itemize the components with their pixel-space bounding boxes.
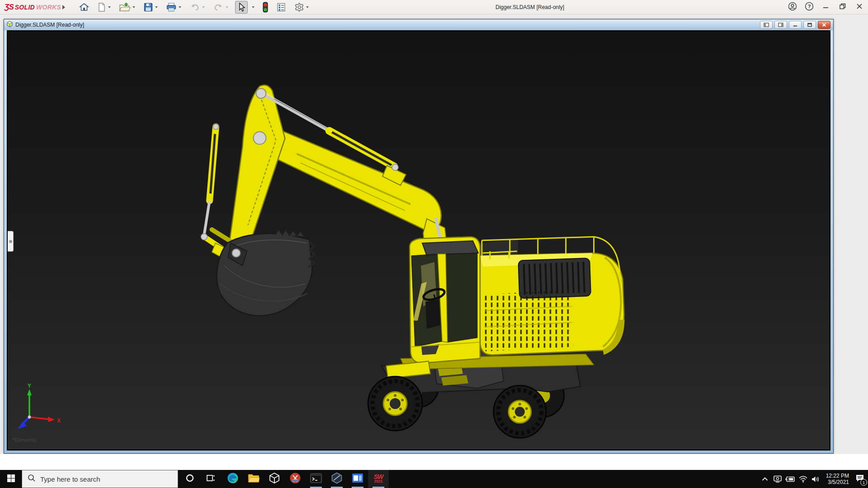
new-document-dropdown[interactable]: [108, 6, 111, 8]
start-button[interactable]: [0, 470, 22, 488]
document-window-controls: [760, 21, 830, 29]
save-button[interactable]: [142, 1, 159, 14]
window-controls: ?: [788, 0, 864, 14]
close-icon: [856, 3, 863, 12]
doc-minimize-button[interactable]: [789, 21, 802, 29]
dassault-3ds-logo-icon: ƷS: [5, 3, 14, 12]
statusbar-strip: [0, 454, 868, 470]
taskbar-app-blue-window[interactable]: [347, 470, 368, 488]
excavator-model[interactable]: [8, 31, 830, 450]
account-button[interactable]: [788, 2, 797, 12]
task-view-icon: [206, 474, 215, 484]
print-icon: [166, 2, 177, 12]
print-button[interactable]: [165, 1, 183, 14]
svg-text:?: ?: [808, 4, 811, 9]
cortana-button[interactable]: [179, 470, 200, 488]
print-dropdown[interactable]: [179, 6, 181, 8]
panel-grip-dot: [9, 240, 12, 243]
assembly-document-icon: [6, 21, 13, 29]
taskbar-app-edge[interactable]: [222, 470, 243, 488]
view-orientation-label: *Dimetric: [12, 437, 37, 443]
undo-icon: [189, 3, 200, 12]
document-title: Digger.SLDASM [Read-only]: [15, 22, 84, 28]
blue-window-app-icon: [352, 473, 363, 485]
traffic-light-rebuild-icon: [263, 2, 268, 13]
select-tool-dropdown[interactable]: [249, 1, 256, 14]
gear-icon: [294, 2, 304, 12]
properties-list-icon: [276, 2, 286, 12]
pane-right-button[interactable]: [774, 21, 787, 29]
taskbar-clock[interactable]: 12:22 PM 3/5/2021: [816, 470, 849, 488]
wifi-icon[interactable]: [797, 470, 809, 488]
taskbar-app-solidworks[interactable]: SW 2021: [368, 470, 389, 488]
new-document-icon: [97, 2, 106, 12]
document-frame: Y X *Dimetric: [4, 30, 833, 453]
select-cursor-icon: [237, 2, 246, 12]
select-tool-button[interactable]: [235, 1, 248, 14]
account-icon: [788, 2, 797, 13]
brand-works-text: WORKS: [36, 4, 61, 11]
options-dropdown[interactable]: [306, 6, 309, 8]
redo-icon: [213, 3, 224, 12]
redo-dropdown[interactable]: [226, 6, 228, 8]
scissors-snip-icon: [289, 472, 301, 486]
notification-count-badge: 1: [860, 479, 867, 486]
help-button[interactable]: ?: [804, 2, 814, 12]
menu-flyout-arrow-icon[interactable]: [62, 5, 65, 9]
open-dropdown[interactable]: [132, 6, 135, 8]
hidden-icons-chevron[interactable]: [760, 470, 770, 488]
undo-dropdown[interactable]: [202, 6, 205, 8]
taskbar-app-snip[interactable]: [285, 470, 306, 488]
search-input[interactable]: [40, 475, 162, 483]
redo-button[interactable]: [212, 1, 230, 14]
display-states-button[interactable]: [275, 1, 288, 14]
open-button[interactable]: [118, 1, 137, 14]
windows-taskbar: SW 2021 12:22 PM 3/5/2021 1: [0, 470, 868, 488]
tray-date: 3/5/2021: [828, 479, 849, 485]
document-window: Digger.SLDASM [Read-only]: [4, 19, 834, 454]
x-axis-label: X: [57, 418, 61, 424]
open-folder-icon: [119, 2, 131, 12]
taskbar-app-file-explorer[interactable]: [243, 470, 264, 488]
home-button[interactable]: [78, 1, 90, 14]
connect-display-icon[interactable]: [771, 470, 784, 488]
new-document-button[interactable]: [96, 1, 112, 14]
pane-left-button[interactable]: [760, 21, 773, 29]
cortana-icon: [185, 474, 194, 484]
undo-button[interactable]: [188, 1, 206, 14]
options-button[interactable]: [293, 1, 310, 14]
taskbar-app-terminal[interactable]: [306, 470, 326, 488]
upper-body: [480, 237, 625, 355]
save-icon: [143, 2, 153, 12]
solidworks-app-icon: SW 2021: [374, 474, 383, 483]
brand-solid-text: SOLID: [15, 4, 35, 11]
quick-access-toolbar: [78, 0, 311, 14]
app-titlebar: ƷS SOLIDWORKS: [0, 0, 868, 14]
task-view-button[interactable]: [200, 470, 221, 488]
taskbar-app-dev-hexagon[interactable]: [326, 470, 347, 488]
collapsed-panel-tab[interactable]: [8, 231, 14, 252]
save-dropdown[interactable]: [155, 6, 158, 8]
home-icon: [79, 2, 89, 12]
3d-cube-icon: [269, 472, 280, 486]
bucket: [217, 230, 315, 316]
solidworks-logo: ƷS SOLIDWORKS: [5, 0, 61, 14]
graphics-viewport[interactable]: Y X *Dimetric: [7, 30, 830, 450]
doc-close-button[interactable]: [818, 21, 830, 29]
orientation-triad[interactable]: Y X: [15, 382, 66, 441]
app-title: Digger.SLDASM [Read-only]: [495, 4, 564, 10]
minimize-button[interactable]: [821, 2, 831, 12]
document-titlebar[interactable]: Digger.SLDASM [Read-only]: [4, 19, 833, 30]
terminal-icon: [310, 473, 322, 485]
notification-center-button[interactable]: 1: [852, 470, 868, 488]
taskbar-search[interactable]: [22, 470, 178, 488]
file-explorer-icon: [248, 473, 259, 485]
tray-time: 12:22 PM: [826, 473, 849, 479]
taskbar-app-3d-viewer[interactable]: [264, 470, 285, 488]
close-button[interactable]: [854, 2, 864, 12]
minimize-icon: [822, 3, 830, 12]
restore-button[interactable]: [838, 2, 848, 12]
doc-restore-button[interactable]: [803, 21, 816, 29]
battery-icon[interactable]: [784, 470, 797, 488]
rebuild-button[interactable]: [261, 1, 269, 14]
